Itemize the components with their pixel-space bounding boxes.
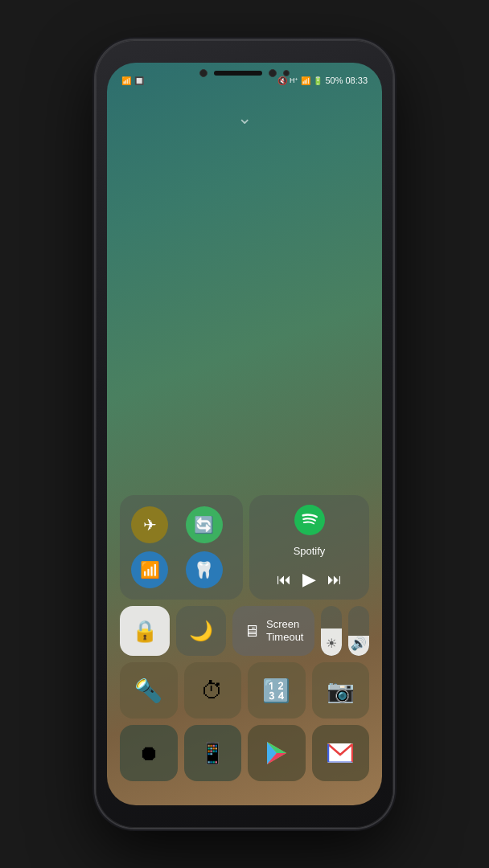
signal-bars-icon: 📶 [301, 76, 310, 85]
do-not-disturb-tile[interactable]: 🌙 [176, 606, 226, 656]
bluetooth-icon: 🦷 [194, 560, 214, 579]
connectivity-grid: ✈ 🔄 📶 🦷 [120, 495, 243, 600]
gmail-tile[interactable] [312, 725, 370, 781]
phone-icon: 📱 [199, 741, 225, 766]
time-display: 08:33 [345, 76, 368, 85]
row-shortcuts: 🔦 ⏱ 🔢 📷 [120, 662, 369, 719]
phone-frame: 📶 🔲 🔇 H⁺ 📶 🔋 50% 08:33 ⌄ ✈ [96, 40, 393, 828]
wifi-status-icon: 🔲 [134, 76, 144, 85]
next-button[interactable]: ⏭ [327, 571, 342, 588]
signal-icon: 📶 [121, 76, 131, 85]
spotify-label: Spotify [294, 545, 326, 557]
airplane-icon: ✈ [143, 515, 157, 534]
mute-icon: 🔇 [277, 76, 287, 85]
spotify-logo-icon [294, 505, 325, 535]
screen-timeout-icon: 🖥 [244, 622, 260, 641]
collapse-chevron[interactable]: ⌄ [237, 108, 252, 129]
timer-tile[interactable]: ⏱ [184, 662, 242, 719]
flashlight-icon: 🔦 [134, 678, 162, 704]
rotation-lock-button[interactable]: 🔄 [186, 506, 223, 543]
record-icon: ⏺ [138, 741, 159, 766]
play-pause-button[interactable]: ▶ [302, 569, 316, 590]
airplane-mode-button[interactable]: ✈ [131, 506, 168, 543]
camera-shortcut-tile[interactable]: 📷 [312, 662, 370, 719]
row-apps: ⏺ 📱 [120, 725, 369, 781]
wifi-icon: 📶 [140, 560, 160, 579]
gmail-icon [327, 743, 353, 763]
screen-timeout-tile[interactable]: 🖥 ScreenTimeout [232, 606, 314, 656]
phone-mirror-tile[interactable]: 📱 [184, 725, 242, 781]
calculator-tile[interactable]: 🔢 [248, 662, 306, 719]
battery-icon: 🔋 [313, 76, 323, 85]
play-store-tile[interactable] [248, 725, 306, 781]
rotation-icon: 🔄 [194, 515, 214, 534]
moon-icon: 🌙 [189, 620, 213, 642]
screen-record-tile[interactable]: ⏺ [120, 725, 178, 781]
orientation-lock-tile[interactable]: 🔒 [120, 606, 170, 656]
brightness-slider[interactable]: ☀ [321, 606, 342, 656]
data-icon: H⁺ [290, 76, 299, 84]
previous-button[interactable]: ⏮ [277, 571, 291, 588]
volume-icon: 🔊 [351, 636, 367, 651]
spotify-panel[interactable]: Spotify ⏮ ▶ ⏭ [249, 495, 369, 600]
svg-point-0 [294, 505, 325, 535]
row-connectivity-media: ✈ 🔄 📶 🦷 [120, 495, 369, 600]
brightness-icon: ☀ [326, 636, 337, 651]
calculator-icon: 🔢 [262, 678, 290, 704]
media-controls: ⏮ ▶ ⏭ [277, 569, 342, 590]
play-store-icon [264, 740, 290, 766]
screen-timeout-label: ScreenTimeout [266, 618, 303, 643]
status-left: 📶 🔲 [121, 76, 144, 85]
bluetooth-toggle-button[interactable]: 🦷 [186, 551, 223, 588]
lock-rotation-icon: 🔒 [132, 619, 158, 644]
control-panel: ✈ 🔄 📶 🦷 [120, 495, 369, 781]
wifi-toggle-button[interactable]: 📶 [131, 551, 168, 588]
phone-screen: 📶 🔲 🔇 H⁺ 📶 🔋 50% 08:33 ⌄ ✈ [107, 63, 382, 805]
flashlight-tile[interactable]: 🔦 [120, 662, 178, 719]
camera-icon: 📷 [327, 678, 355, 704]
timer-icon: ⏱ [201, 678, 224, 704]
volume-slider[interactable]: 🔊 [348, 606, 369, 656]
battery-percent: 50% [325, 76, 343, 85]
status-right: 🔇 H⁺ 📶 🔋 50% 08:33 [277, 76, 368, 85]
quick-toggles: 🔒 🌙 [120, 606, 226, 656]
status-bar: 📶 🔲 🔇 H⁺ 📶 🔋 50% 08:33 [107, 63, 382, 92]
row-controls: 🔒 🌙 🖥 ScreenTimeout ☀ [120, 606, 369, 656]
